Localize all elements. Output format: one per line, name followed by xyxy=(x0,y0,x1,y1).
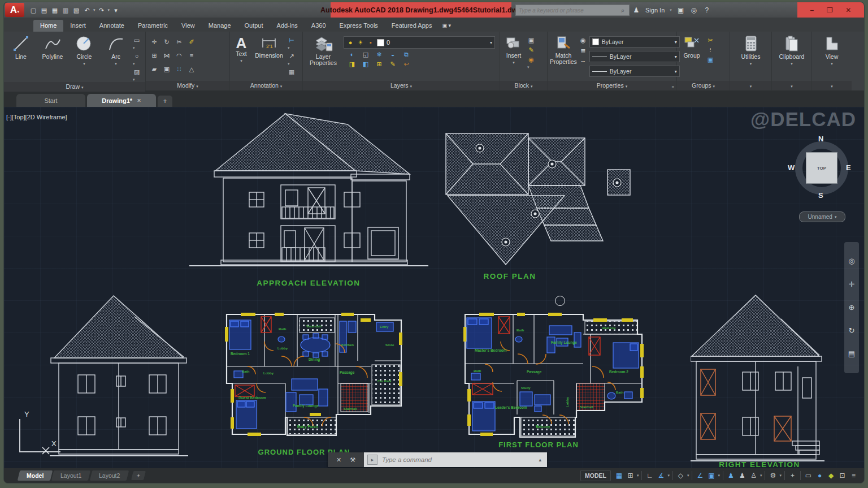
minimize-button[interactable]: – xyxy=(810,6,814,14)
layer-prev-icon[interactable]: ↩ xyxy=(402,60,410,68)
properties-panel-label[interactable]: Properties ▾ xyxy=(548,81,676,90)
rotate-icon[interactable]: ↻ xyxy=(163,38,171,46)
erase-icon[interactable]: ▰ xyxy=(150,65,158,73)
linear-dim-icon[interactable]: ⊢ xyxy=(288,36,296,44)
showmotion-icon[interactable]: ▤ xyxy=(848,350,856,358)
new-layout-button[interactable]: + xyxy=(131,471,146,480)
fillet-icon[interactable]: ◠ xyxy=(175,51,183,59)
redo-icon[interactable]: ↷ xyxy=(97,6,106,14)
lineweight-icon[interactable]: ≣ xyxy=(579,47,587,55)
explode-icon[interactable]: ▣ xyxy=(163,65,171,73)
layer-isolate-icon[interactable]: ◱ xyxy=(362,50,370,58)
tray-network-icon[interactable]: ● xyxy=(815,471,824,481)
ribbon-tab-manage[interactable]: Manage xyxy=(202,20,238,32)
command-input[interactable] xyxy=(381,456,535,464)
undo-icon-arrow[interactable]: ▾ xyxy=(93,8,96,12)
layer-dropdown[interactable]: ● ☀ ▪ 0 ▾ xyxy=(344,36,495,49)
annotation-panel-label[interactable]: Annotation ▾ xyxy=(230,81,302,90)
ribbon-tab-home[interactable]: Home xyxy=(33,20,63,32)
layer-properties-button[interactable]: Layer Properties xyxy=(305,34,341,66)
ribbon-tab-parametric[interactable]: Parametric xyxy=(131,20,175,32)
ellipse-icon[interactable]: ○ xyxy=(133,52,141,60)
view-button[interactable]: View▾ xyxy=(817,34,847,67)
isodraft-icon-arrow[interactable]: ▾ xyxy=(687,473,689,478)
pan-icon[interactable]: ✛ xyxy=(848,280,856,288)
isodraft-icon[interactable]: ◇ xyxy=(676,471,685,481)
hatch-icon[interactable]: ▨ xyxy=(133,68,141,76)
draw-panel-label[interactable]: Draw ▾ xyxy=(4,82,145,92)
circle-button[interactable]: Circle▾ xyxy=(70,34,99,67)
new-file-icon[interactable]: ▢ xyxy=(29,6,38,14)
tray-plot-icon[interactable]: ▭ xyxy=(804,471,813,481)
clean-screen-icon[interactable]: ⊡ xyxy=(837,471,847,481)
block-panel-label[interactable]: Block ▾ xyxy=(500,81,547,90)
tray-trusted-icon[interactable]: ◆ xyxy=(826,471,836,481)
hatch-icon-arrow[interactable]: ▾ xyxy=(133,77,141,82)
group-button[interactable]: Group xyxy=(679,34,704,59)
osnap-icon[interactable]: ▣ xyxy=(706,471,716,481)
linetype-icon[interactable]: ┅ xyxy=(579,58,587,66)
groups-panel-label[interactable]: Groups ▾ xyxy=(677,81,730,90)
orbit-icon[interactable]: ↻ xyxy=(848,327,856,335)
redo-icon-arrow[interactable]: ▾ xyxy=(108,8,110,12)
insert-button[interactable]: Insert▾ xyxy=(502,34,525,66)
command-customize-icon[interactable]: ⚒ xyxy=(350,456,355,464)
array-icon[interactable]: ∷ xyxy=(175,65,183,73)
layers-panel-label[interactable]: Layers ▾ xyxy=(303,81,500,90)
rectangle-icon[interactable]: ▭ xyxy=(133,36,141,44)
layer-unisolate-icon[interactable]: ◨ xyxy=(348,60,356,68)
leader-icon[interactable]: ↗ xyxy=(288,52,296,60)
annotation-scale-icon-arrow[interactable]: ▾ xyxy=(760,473,762,478)
ribbon-tab-add-ins[interactable]: Add-ins xyxy=(270,20,305,32)
application-menu-button[interactable]: A▾ xyxy=(5,3,24,17)
ribbon-tab-featured-apps[interactable]: Featured Apps xyxy=(385,20,439,32)
linetype-dropdown[interactable]: ByLayer▾ xyxy=(589,66,680,77)
infocenter-search[interactable]: ⌕ xyxy=(515,5,630,16)
viewport-controls[interactable]: [-][Top][2D Wireframe] xyxy=(6,114,67,120)
recent-commands-icon[interactable]: ▴ xyxy=(539,457,544,463)
layer-copy-icon[interactable]: ⊞ xyxy=(375,60,383,68)
snap-icon-arrow[interactable]: ▾ xyxy=(637,473,639,478)
polar-tracking-icon-arrow[interactable]: ▾ xyxy=(667,473,670,478)
trim-icon[interactable]: ✂ xyxy=(175,38,183,46)
ribbon-tab-view[interactable]: View xyxy=(175,20,202,32)
close-button[interactable]: ✕ xyxy=(845,6,851,14)
ribbon-tab-a360[interactable]: A360 xyxy=(305,20,333,32)
leader-icon-arrow[interactable]: ▾ xyxy=(288,62,296,66)
line-button[interactable]: Line xyxy=(6,34,36,60)
layout2-tab[interactable]: Layout2 xyxy=(89,470,129,481)
snap-icon[interactable]: ⊞ xyxy=(626,471,635,481)
restore-button[interactable]: ❐ xyxy=(827,6,833,14)
tab-close-icon[interactable]: ✕ xyxy=(137,98,141,103)
rectangle-icon-arrow[interactable]: ▾ xyxy=(133,46,141,50)
signin-caret[interactable]: ▾ xyxy=(670,8,672,12)
polar-tracking-icon[interactable]: ∡ xyxy=(656,471,666,481)
ribbon-tab-annotate[interactable]: Annotate xyxy=(93,20,131,32)
osnap-tracking-icon[interactable]: ∠ xyxy=(695,471,705,481)
compass-east[interactable]: E xyxy=(846,163,851,172)
clipboard-button[interactable]: Clipboard▾ xyxy=(777,34,806,67)
compass-north[interactable]: N xyxy=(818,135,823,143)
layer-walk-icon[interactable]: ✎ xyxy=(389,60,397,68)
properties-expand[interactable]: » xyxy=(672,84,674,89)
layer-off-icon[interactable]: ◐ xyxy=(348,50,356,58)
command-line[interactable]: ✕ ⚒ ▸ ▴ xyxy=(328,452,547,467)
view-panel-label[interactable]: ▾ xyxy=(812,81,852,90)
match-icon[interactable]: ✐ xyxy=(188,38,196,46)
layout1-tab[interactable]: Layout1 xyxy=(51,470,91,481)
customize-plus-icon[interactable]: + xyxy=(788,471,797,481)
file-tab-start[interactable]: Start xyxy=(16,94,85,107)
workspace-gear-icon[interactable]: ⚙ xyxy=(768,471,778,481)
utilities-button[interactable]: Utilities▾ xyxy=(736,34,766,67)
save-icon[interactable]: ▦ xyxy=(50,6,59,14)
offset-icon[interactable]: ≡ xyxy=(188,51,196,59)
sign-in-button[interactable]: Sign In xyxy=(645,7,665,14)
annotation-visibility-icon[interactable]: ♟ xyxy=(726,471,736,481)
block-attr-icon[interactable]: ◉ xyxy=(527,55,535,63)
help-icon[interactable]: ? xyxy=(703,6,711,14)
match-properties-button[interactable]: Match Properties xyxy=(550,34,577,65)
table-icon[interactable]: ▦ xyxy=(288,68,296,76)
layer-thaw-icon[interactable]: ◧ xyxy=(362,60,370,68)
mirror-icon[interactable]: ⋈ xyxy=(163,51,171,59)
ortho-icon[interactable]: ∟ xyxy=(645,471,654,481)
